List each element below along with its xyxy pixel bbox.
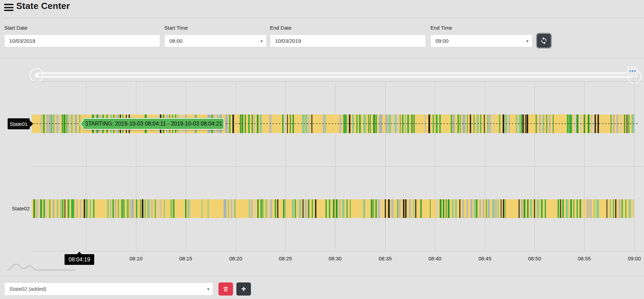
slider-left-handle[interactable] bbox=[30, 68, 43, 82]
slider-menu-button[interactable] bbox=[627, 66, 638, 76]
header-divider bbox=[4, 18, 644, 18]
axis-tick-label: 08:20 bbox=[229, 256, 242, 261]
end-time-value: 09:00 bbox=[436, 38, 449, 44]
state02-timeline-bar[interactable] bbox=[32, 199, 634, 218]
refresh-button[interactable] bbox=[536, 33, 552, 49]
add-series-button[interactable]: + bbox=[236, 282, 251, 296]
axis-tick-label: 08:50 bbox=[528, 256, 541, 261]
start-time-select[interactable]: 08:00 ▾ bbox=[164, 34, 267, 47]
axis-tick-label: 08:40 bbox=[428, 256, 441, 261]
row-separator-line bbox=[32, 166, 644, 167]
series-select-value: State02 (added) bbox=[9, 286, 47, 292]
trash-icon bbox=[223, 286, 229, 292]
end-time-label: End Time bbox=[430, 25, 452, 31]
axis-tick-label: 08:25 bbox=[279, 256, 292, 261]
axis-tick-label: 08:55 bbox=[578, 256, 591, 261]
pause-icon bbox=[35, 73, 38, 78]
timeline-range-slider[interactable] bbox=[36, 72, 638, 78]
axis-tick-label: 08:45 bbox=[478, 256, 491, 261]
axis-tick-label: 08:15 bbox=[179, 256, 192, 261]
refresh-icon bbox=[540, 37, 548, 44]
chevron-down-icon: ▾ bbox=[526, 35, 528, 47]
start-time-value: 08:00 bbox=[169, 38, 183, 44]
axis-tick-label: 08:10 bbox=[129, 256, 143, 261]
page-title: State Center bbox=[16, 1, 70, 11]
plot-bottom-line bbox=[32, 251, 644, 251]
more-dots-icon bbox=[630, 70, 636, 72]
segment-tooltip-text: STARTING: 2019-10-03 08:04:11 - 2019-10-… bbox=[85, 121, 222, 127]
start-time-label: Start Time bbox=[164, 25, 188, 31]
delete-series-button[interactable] bbox=[218, 282, 233, 296]
axis-tick-label: 08:30 bbox=[329, 256, 342, 261]
chevron-down-icon: ▾ bbox=[207, 283, 209, 295]
end-date-input[interactable] bbox=[270, 34, 426, 47]
start-date-input[interactable] bbox=[4, 34, 160, 47]
axis-tick-label: 09:00 bbox=[628, 256, 641, 261]
end-date-label: End Date bbox=[270, 25, 292, 31]
section-divider bbox=[0, 58, 644, 58]
series-select[interactable]: State02 (added) ▾ bbox=[4, 282, 213, 296]
plot-top-line bbox=[32, 81, 644, 82]
segment-tooltip: STARTING: 2019-10-03 08:04:11 - 2019-10-… bbox=[82, 118, 224, 130]
chevron-down-icon: ▾ bbox=[261, 35, 263, 47]
axis-cursor-tooltip: 08:04:19 bbox=[65, 254, 94, 265]
state01-row-label[interactable]: State01 bbox=[8, 118, 30, 129]
state02-row-label[interactable]: State02 bbox=[0, 206, 30, 211]
axis-cursor-label: 08:04:19 bbox=[69, 257, 90, 263]
plus-icon: + bbox=[241, 285, 246, 293]
axis-tick-label: 08:35 bbox=[379, 256, 392, 261]
footer-divider bbox=[0, 276, 644, 276]
start-date-label: Start Date bbox=[4, 25, 28, 31]
end-time-select[interactable]: 09:00 ▾ bbox=[430, 34, 533, 47]
hamburger-icon[interactable] bbox=[4, 4, 13, 11]
